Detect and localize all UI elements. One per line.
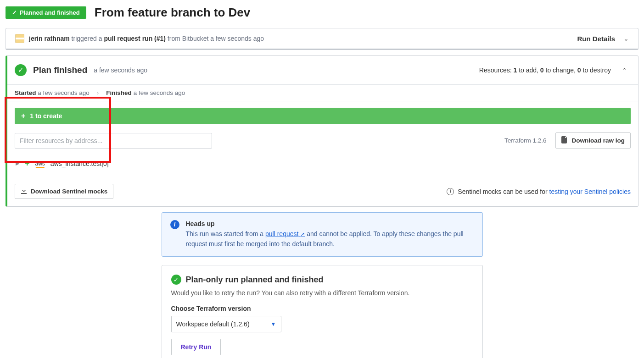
res-destroy: 0 <box>577 66 581 74</box>
plan-panel: ✓ Plan finished a few seconds ago Resour… <box>6 55 638 207</box>
heads-up-alert: i Heads up This run was started from a p… <box>162 212 483 257</box>
trigger-user: jerin rathnam <box>29 35 70 42</box>
plus-icon: + <box>21 112 25 120</box>
retry-run-button[interactable]: Retry Run <box>171 339 221 355</box>
check-circle-icon: ✓ <box>15 64 27 76</box>
resource-row[interactable]: ▶ + aws aws_instance.test[0] <box>15 154 631 173</box>
terraform-version-select[interactable]: Workspace default (1.2.6) ▼ <box>171 316 281 332</box>
download-mocks-label: Download Sentinel mocks <box>31 188 107 195</box>
status-badge: ✓ Planned and finished <box>6 6 86 19</box>
trigger-text: jerin rathnam triggered a pull request r… <box>29 35 264 42</box>
separator-icon: › <box>97 89 99 96</box>
res-add: 1 <box>513 66 517 74</box>
select-value: Workspace default (1.2.6) <box>176 320 250 328</box>
create-summary-bar[interactable]: + 1 to create <box>15 108 631 124</box>
collapse-icon[interactable]: ⌃ <box>622 67 627 74</box>
annotation-highlight <box>5 97 111 163</box>
external-link-icon: ↗ <box>300 231 305 237</box>
download-sentinel-mocks-button[interactable]: Download Sentinel mocks <box>15 184 113 199</box>
avatar <box>15 34 24 43</box>
download-log-label: Download raw log <box>571 137 625 144</box>
alert-heading: Heads up <box>186 220 474 227</box>
started-block: Started a few seconds ago <box>15 89 90 96</box>
retry-subtitle: Would you like to retry the run? You can… <box>171 289 473 297</box>
trigger-action-prefix: triggered a <box>70 35 104 42</box>
check-icon: ✓ <box>12 9 17 16</box>
info-icon: i <box>170 220 179 229</box>
pull-request-link[interactable]: pull request ↗ <box>265 230 305 237</box>
trigger-action-bold: pull request run (#1) <box>104 35 166 42</box>
aws-provider-icon: aws <box>35 160 45 167</box>
download-raw-log-button[interactable]: Download raw log <box>555 132 631 149</box>
alert-body: This run was started from a pull request… <box>186 229 474 249</box>
trigger-action-suffix: from Bitbucket a few seconds ago <box>166 35 264 42</box>
mocks-info-text: Sentinel mocks can be used for testing y… <box>458 188 631 195</box>
finished-block: Finished a few seconds ago <box>106 89 185 96</box>
chevron-down-icon: ▼ <box>271 321 276 327</box>
retry-title: Plan-only run planned and finished <box>186 275 324 285</box>
plan-time: a few seconds ago <box>94 66 147 74</box>
create-bar-text: 1 to create <box>30 112 62 120</box>
res-change: 0 <box>540 66 544 74</box>
plus-icon: + <box>25 159 30 168</box>
terraform-version: Terraform 1.2.6 <box>504 137 547 144</box>
choose-version-label: Choose Terraform version <box>171 305 473 312</box>
sentinel-policies-link[interactable]: testing your Sentinel policies <box>549 188 631 195</box>
resource-address: aws_instance.test[0] <box>50 160 109 167</box>
filter-resources-input[interactable] <box>15 133 212 149</box>
download-icon <box>21 187 27 195</box>
page-title: From feature branch to Dev <box>95 6 251 20</box>
retry-panel: ✓ Plan-only run planned and finished Wou… <box>162 265 483 358</box>
file-icon <box>561 136 568 145</box>
expand-caret-icon[interactable]: ▶ <box>16 160 19 166</box>
resource-summary: Resources: 1 to add, 0 to change, 0 to d… <box>479 66 611 74</box>
status-badge-text: Planned and finished <box>20 9 80 16</box>
info-icon: i <box>447 188 454 195</box>
chevron-down-icon[interactable]: ⌄ <box>623 35 629 42</box>
run-details-link[interactable]: Run Details <box>577 35 615 43</box>
plan-title: Plan finished <box>33 65 87 75</box>
trigger-summary[interactable]: jerin rathnam triggered a pull request r… <box>6 28 638 50</box>
check-circle-icon: ✓ <box>171 275 181 285</box>
